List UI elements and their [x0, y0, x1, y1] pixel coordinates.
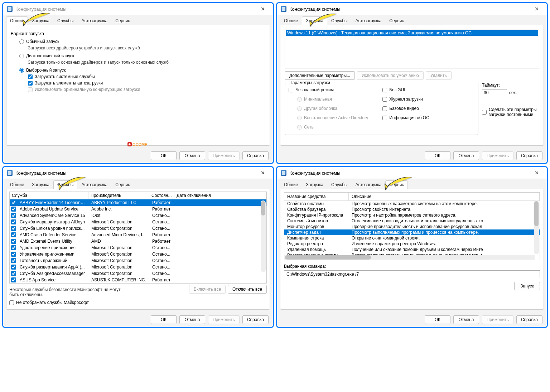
col-tool-desc[interactable]: Описание [349, 193, 540, 200]
service-checkbox[interactable] [11, 232, 16, 237]
check-osinfo[interactable]: Информация об ОС [382, 115, 429, 120]
list-item[interactable]: Конфигурация IP-протоколаПросмотр и наст… [284, 212, 540, 218]
table-row[interactable]: Служба развертывания AppX (...Microsoft … [10, 264, 266, 270]
tab-tools[interactable]: Сервис [111, 180, 134, 189]
ok-button[interactable]: ОК [151, 151, 177, 160]
service-checkbox[interactable] [11, 219, 16, 224]
check-original-boot[interactable]: Использовать оригинальную конфигурацию з… [28, 87, 265, 92]
tab-startup[interactable]: Автозагрузка [77, 180, 111, 189]
ok-button[interactable]: ОК [151, 315, 177, 324]
list-item[interactable]: Диспетчер задачПросмотр выполняемых прог… [284, 229, 540, 235]
tab-tools[interactable]: Сервис [111, 16, 134, 25]
apply-button[interactable]: Применить [208, 315, 240, 324]
tab-services[interactable]: Службы [53, 180, 77, 189]
table-row[interactable]: Управление приложениямиMicrosoft Corpora… [10, 251, 266, 257]
table-row[interactable]: Служба маршрутизатора AllJoynMicrosoft C… [10, 219, 266, 225]
apply-button[interactable]: Применить [482, 315, 513, 324]
tab-boot[interactable]: Загрузка [28, 16, 53, 25]
scrollbar-vertical[interactable] [261, 200, 266, 272]
table-row[interactable]: AMD Crash Defender ServiceAdvanced Micro… [10, 232, 266, 238]
advanced-options-button[interactable]: Дополнительные параметры... [285, 71, 355, 80]
close-icon[interactable]: ✕ [256, 5, 269, 13]
table-row[interactable]: Готовность приложенийMicrosoft Corporati… [10, 257, 266, 264]
tab-boot[interactable]: Загрузка [28, 180, 53, 189]
selected-command-input[interactable] [284, 270, 540, 278]
tab-startup[interactable]: Автозагрузка [351, 180, 385, 189]
col-disabled-date[interactable]: Дата отключения [174, 192, 266, 199]
col-tool-name[interactable]: Название средства [284, 193, 349, 200]
tab-startup[interactable]: Автозагрузка [351, 16, 385, 25]
service-checkbox[interactable] [11, 277, 16, 282]
service-checkbox[interactable] [11, 200, 16, 205]
os-entry[interactable]: Windows 11 (C:\Windows) : Текущая операц… [286, 30, 538, 36]
check-load-services[interactable]: Загружать системные службы [28, 74, 265, 79]
tab-startup[interactable]: Автозагрузка [77, 16, 111, 25]
service-checkbox[interactable] [11, 271, 16, 276]
tab-services[interactable]: Службы [327, 16, 351, 25]
list-item[interactable]: Командная строкаОткрытие окна командной … [284, 235, 540, 241]
help-button[interactable]: Справка [516, 315, 542, 324]
tab-general[interactable]: Общие [6, 16, 28, 25]
list-item[interactable]: Системный мониторОтслеживание производит… [284, 218, 540, 224]
table-row[interactable]: ASUS App ServiceASUSTeK COMPUTER INC.Раб… [10, 277, 266, 283]
tab-boot[interactable]: Загрузка [302, 16, 327, 25]
service-checkbox[interactable] [11, 207, 16, 212]
service-checkbox[interactable] [11, 239, 16, 244]
apply-button[interactable]: Применить [482, 151, 513, 160]
service-checkbox[interactable] [11, 245, 16, 250]
ok-button[interactable]: ОК [425, 315, 450, 324]
tab-general[interactable]: Общие [6, 180, 28, 189]
tab-tools[interactable]: Сервис [385, 16, 408, 25]
check-persist[interactable]: Сделать эти параметры загрузки постоянны… [482, 107, 539, 117]
table-row[interactable]: ABBYY FineReader 14 Licensing ...ABBYY P… [10, 199, 266, 206]
tab-general[interactable]: Общие [280, 16, 302, 25]
table-row[interactable]: Служба шлюза уровня прилож...Microsoft C… [10, 225, 266, 232]
list-item[interactable]: Редактор реестраИзменение параметров рее… [284, 241, 540, 247]
col-service[interactable]: Служба [10, 192, 88, 199]
tab-tools[interactable]: Сервис [385, 180, 408, 189]
table-row[interactable]: Adobe Acrobat Update ServiceAdobe Inc.Ра… [10, 206, 266, 212]
service-checkbox[interactable] [11, 252, 16, 257]
service-checkbox[interactable] [11, 226, 16, 231]
scrollbar-vertical[interactable] [534, 200, 539, 254]
table-row[interactable]: Служба AssignedAccessManagerMicrosoft Co… [10, 270, 266, 277]
col-manufacturer[interactable]: Производитель [88, 192, 149, 199]
timeout-input[interactable] [482, 89, 507, 96]
check-load-startup[interactable]: Загружать элементы автозагрузки [28, 81, 265, 86]
close-icon[interactable]: ✕ [530, 169, 543, 176]
check-hide-ms[interactable]: Не отображать службы Майкрософт [9, 300, 267, 305]
help-button[interactable]: Справка [242, 315, 269, 324]
help-button[interactable]: Справка [516, 151, 542, 160]
check-bootlog[interactable]: Журнал загрузки [382, 97, 429, 102]
list-item[interactable]: Монитор ресурсовПроверьте производительн… [284, 224, 540, 229]
radio-normal[interactable]: Обычный запуск [19, 39, 265, 44]
service-checkbox[interactable] [11, 258, 16, 263]
check-safe-boot[interactable]: Безопасный режим [289, 87, 368, 92]
apply-button[interactable]: Применить [208, 151, 240, 160]
close-icon[interactable]: ✕ [256, 169, 269, 176]
scrollbar-horizontal[interactable] [284, 255, 535, 260]
tab-general[interactable]: Общие [280, 180, 302, 189]
service-checkbox[interactable] [11, 265, 16, 270]
list-item[interactable]: Свойства браузераПросмотр свойств Интерн… [284, 207, 540, 212]
table-row[interactable]: AMD External Events UtilityAMDРаботает [10, 238, 266, 245]
tab-services[interactable]: Службы [327, 180, 351, 189]
launch-button[interactable]: Запуск [514, 282, 540, 290]
enable-all-button[interactable]: Включить все [189, 285, 226, 294]
radio-selective[interactable]: Выборочный запуск [19, 68, 265, 73]
radio-diagnostic[interactable]: Диагностический запуск [19, 53, 265, 58]
help-button[interactable]: Справка [242, 151, 269, 160]
disable-all-button[interactable]: Отключить все [228, 285, 267, 294]
list-item[interactable]: Свойства системыПросмотр основных параме… [284, 201, 540, 207]
cancel-button[interactable]: Отмена [179, 151, 205, 160]
set-default-button[interactable]: Использовать по умолчанию [357, 71, 424, 80]
col-status[interactable]: Состоян... [149, 192, 174, 199]
check-nogui[interactable]: Без GUI [382, 87, 429, 92]
tab-boot[interactable]: Загрузка [302, 180, 327, 189]
check-basevideo[interactable]: Базовое видео [382, 106, 429, 111]
close-icon[interactable]: ✕ [530, 5, 543, 13]
ok-button[interactable]: ОК [425, 151, 450, 160]
list-item[interactable]: Удаленная помощьПолучение или оказание п… [284, 247, 540, 252]
cancel-button[interactable]: Отмена [453, 151, 479, 160]
cancel-button[interactable]: Отмена [453, 315, 479, 324]
